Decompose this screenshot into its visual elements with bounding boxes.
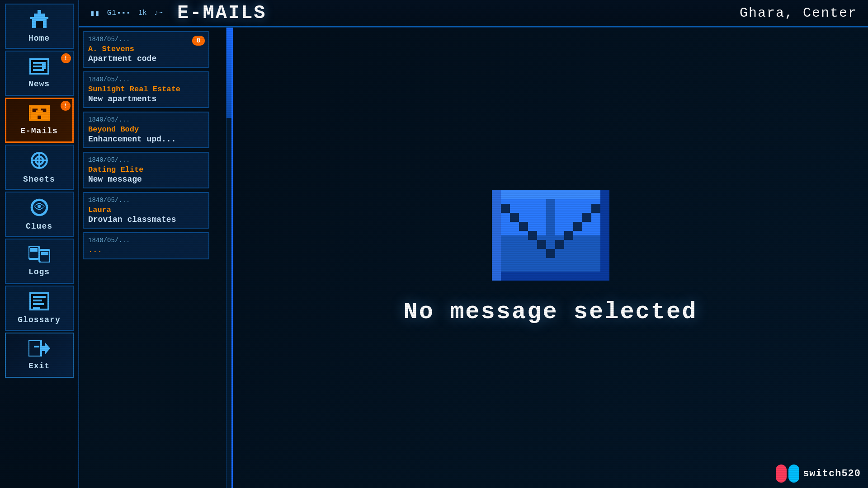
clues-icon: 👁 xyxy=(30,198,49,220)
signal-text: G1▪▪▪ xyxy=(107,9,131,17)
sidebar-item-clues[interactable]: 👁 Clues xyxy=(5,192,74,237)
sidebar-item-news-label: News xyxy=(28,80,50,89)
svg-rect-36 xyxy=(33,303,44,305)
pixel-email-icon xyxy=(492,190,609,281)
email-sender-0: A. Stevens xyxy=(88,45,204,53)
email-sender-5: ... xyxy=(88,246,204,254)
email-date-3: 1840/05/... xyxy=(88,156,204,164)
no-message-selected-text: No message selected xyxy=(404,299,698,325)
email-date-4: 1840/05/... xyxy=(88,197,204,204)
email-card-1[interactable]: 1840/05/... Sunlight Real Estate New apa… xyxy=(83,71,209,108)
svg-rect-1 xyxy=(34,14,45,17)
switch-right-joycon xyxy=(788,465,799,483)
location-text: Ghara, Center xyxy=(740,5,857,21)
svg-rect-8 xyxy=(33,66,42,67)
sidebar-item-emails-label: E-Mails xyxy=(20,127,58,136)
switch-badge: switch520 xyxy=(776,465,861,483)
status-bar: ▮▮ G1▪▪▪ 1k ♪~ E-MAILS xyxy=(90,2,267,24)
svg-marker-40 xyxy=(45,342,50,355)
svg-rect-41 xyxy=(34,346,39,347)
svg-rect-4 xyxy=(36,21,43,28)
logs-icon xyxy=(28,246,50,266)
email-date-2: 1840/05/... xyxy=(88,116,204,123)
news-icon xyxy=(29,58,49,78)
page-title: E-MAILS xyxy=(177,2,266,24)
sheets-icon xyxy=(30,151,49,173)
svg-rect-56 xyxy=(492,263,609,272)
email-card-0[interactable]: 8 1840/05/... A. Stevens Apartment code xyxy=(83,31,209,68)
home-icon xyxy=(28,10,50,32)
email-items: 8 1840/05/... A. Stevens Apartment code … xyxy=(83,31,231,259)
svg-rect-30 xyxy=(41,252,45,255)
sidebar-item-sheets[interactable]: Sheets xyxy=(5,145,74,190)
email-subject-4: Drovian classmates xyxy=(88,215,204,224)
email-card-5[interactable]: 1840/05/... ... xyxy=(83,232,209,259)
svg-rect-51 xyxy=(591,204,600,213)
battery-icon: ▮▮ xyxy=(90,8,100,18)
network-text: 1k xyxy=(138,9,147,17)
sidebar-item-exit[interactable]: Exit xyxy=(5,333,74,378)
svg-rect-60 xyxy=(600,190,609,281)
svg-rect-53 xyxy=(573,222,582,231)
svg-rect-19 xyxy=(41,114,47,119)
svg-rect-18 xyxy=(30,114,37,119)
sidebar-item-logs[interactable]: Logs xyxy=(5,239,74,284)
news-badge: ! xyxy=(61,53,71,63)
svg-rect-57 xyxy=(492,190,609,199)
switch-left-joycon xyxy=(776,465,787,483)
sidebar: Home ! News ! xyxy=(0,0,79,488)
sidebar-item-sheets-label: Sheets xyxy=(23,175,55,184)
svg-rect-54 xyxy=(564,231,573,240)
scrollbar[interactable] xyxy=(226,28,231,488)
sound-icon: ♪~ xyxy=(154,9,163,17)
svg-rect-35 xyxy=(33,300,42,301)
svg-rect-58 xyxy=(492,272,609,281)
sidebar-item-glossary[interactable]: Glossary xyxy=(5,286,74,331)
email-card-3[interactable]: 1840/05/... Dating Elite New message xyxy=(83,152,209,188)
sidebar-item-glossary-label: Glossary xyxy=(18,315,60,324)
email-card-2[interactable]: 1840/05/... Beyond Body Enhancement upd.… xyxy=(83,112,209,148)
email-card-4[interactable]: 1840/05/... Laura Drovian classmates xyxy=(83,192,209,229)
svg-rect-28 xyxy=(30,248,34,252)
svg-rect-31 xyxy=(45,252,48,255)
switch-logo xyxy=(776,465,799,483)
scrollbar-thumb[interactable] xyxy=(226,28,232,118)
email-subject-2: Enhancement upd... xyxy=(88,135,204,144)
right-panel: ▮▮ G1▪▪▪ 1k ♪~ E-MAILS Ghara, Center 8 1… xyxy=(79,0,868,488)
glossary-icon xyxy=(29,292,49,314)
svg-rect-46 xyxy=(510,213,519,222)
email-list: 8 1840/05/... A. Stevens Apartment code … xyxy=(79,28,233,488)
exit-icon xyxy=(28,340,50,360)
svg-rect-9 xyxy=(33,69,44,71)
svg-rect-0 xyxy=(38,10,41,14)
svg-rect-45 xyxy=(501,204,510,213)
switch-text: switch520 xyxy=(803,468,861,479)
sidebar-item-exit-label: Exit xyxy=(28,361,50,371)
svg-rect-29 xyxy=(34,248,38,252)
svg-rect-59 xyxy=(492,190,501,281)
sidebar-item-home[interactable]: Home xyxy=(5,4,74,49)
svg-rect-10 xyxy=(42,64,46,69)
email-badge-0: 8 xyxy=(192,36,205,46)
email-date-1: 1840/05/... xyxy=(88,76,204,83)
svg-rect-34 xyxy=(33,296,46,298)
message-view: No message selected xyxy=(233,28,868,488)
sidebar-item-logs-label: Logs xyxy=(28,267,50,277)
email-date-0: 1840/05/... xyxy=(88,36,204,43)
sidebar-item-home-label: Home xyxy=(28,34,50,43)
svg-rect-2 xyxy=(30,17,48,19)
sidebar-item-emails[interactable]: ! E-Mails xyxy=(5,98,74,143)
svg-rect-49 xyxy=(537,240,546,249)
email-date-5: 1840/05/... xyxy=(88,237,204,244)
email-subject-3: New message xyxy=(88,175,204,184)
svg-rect-52 xyxy=(582,213,591,222)
email-sender-1: Sunlight Real Estate xyxy=(88,85,204,94)
email-sender-2: Beyond Body xyxy=(88,125,204,134)
email-sender-4: Laura xyxy=(88,206,204,214)
email-subject-0: Apartment code xyxy=(88,54,204,63)
sidebar-item-news[interactable]: ! News xyxy=(5,51,74,96)
content-area: 8 1840/05/... A. Stevens Apartment code … xyxy=(79,27,868,488)
emails-badge: ! xyxy=(61,101,71,111)
svg-rect-50 xyxy=(546,249,555,258)
top-bar: ▮▮ G1▪▪▪ 1k ♪~ E-MAILS Ghara, Center xyxy=(79,0,868,27)
